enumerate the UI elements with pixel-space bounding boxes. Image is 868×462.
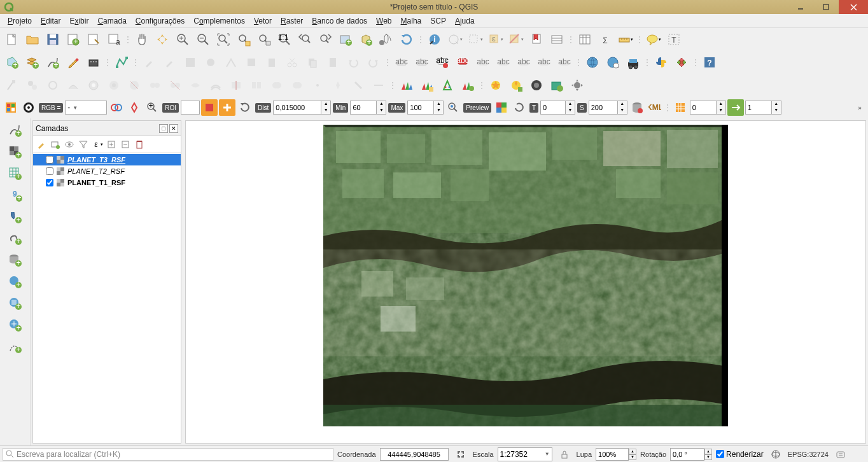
- vertex-tool-button[interactable]: [112, 53, 131, 72]
- maximize-button[interactable]: [813, 0, 839, 14]
- add-feature-button[interactable]: [201, 53, 220, 72]
- add-raster-layer-button[interactable]: +: [6, 143, 25, 162]
- osm-button[interactable]: [624, 53, 643, 72]
- menu-malha[interactable]: Malha: [397, 15, 426, 27]
- menu-banco[interactable]: Banco de dados: [308, 15, 371, 27]
- scp-input-button[interactable]: [3, 99, 19, 116]
- rgb-label[interactable]: RGB =: [39, 103, 63, 113]
- layer-add-group-button[interactable]: [50, 139, 61, 150]
- zoom-out-button[interactable]: [193, 30, 213, 49]
- minimize-button[interactable]: [788, 0, 813, 14]
- adv-offset2-button[interactable]: [349, 76, 368, 95]
- label-props-button[interactable]: abc: [535, 53, 554, 72]
- dist-input[interactable]: [273, 101, 321, 115]
- scp-hist-refresh-button[interactable]: [511, 99, 528, 116]
- open-project-button[interactable]: [23, 30, 42, 49]
- max-spinner[interactable]: ▲▼: [407, 101, 444, 115]
- deselect-all-button[interactable]: ▾: [507, 30, 526, 49]
- rotation-spinner[interactable]: ▲▼: [670, 448, 712, 461]
- batch-button[interactable]: [547, 76, 566, 95]
- current-edits-button[interactable]: [140, 53, 159, 72]
- adv-digitize-button[interactable]: [3, 76, 22, 95]
- settings-button[interactable]: [568, 76, 587, 95]
- last-input[interactable]: [745, 101, 772, 115]
- zoom-full-button[interactable]: [214, 30, 233, 49]
- add-postgis-button[interactable]: +: [6, 207, 25, 227]
- s-spinner[interactable]: ▲▼: [589, 101, 627, 115]
- roi-input[interactable]: [181, 101, 200, 115]
- new-3d-view-button[interactable]: +: [356, 30, 375, 49]
- menu-editar[interactable]: Editar: [37, 15, 64, 27]
- menu-raster[interactable]: Raster: [277, 15, 307, 27]
- zoom-last-button[interactable]: [295, 30, 314, 49]
- epsg-label[interactable]: EPSG:32724: [788, 451, 829, 458]
- layer-checkbox[interactable]: [46, 179, 53, 186]
- label-rotate-button[interactable]: abc: [514, 53, 533, 72]
- zoom-native-button[interactable]: 1:1: [275, 30, 294, 49]
- menu-vetor[interactable]: Vetor: [250, 15, 276, 27]
- scp-zoom-roi-button[interactable]: +: [144, 99, 160, 116]
- band-calc-button[interactable]: [527, 76, 546, 95]
- text-annotation-button[interactable]: T: [664, 30, 683, 49]
- adv-move-button[interactable]: [23, 76, 42, 95]
- adv-fill-ring-button[interactable]: [104, 76, 123, 95]
- adv-trim-button[interactable]: [369, 76, 388, 95]
- help-button[interactable]: ?: [700, 53, 719, 72]
- last-spinner[interactable]: ▲▼: [745, 101, 781, 115]
- layer-item[interactable]: PLANET_T3_RSF: [33, 154, 181, 165]
- zoom-in-button[interactable]: [173, 30, 192, 49]
- layer-checkbox[interactable]: [46, 167, 53, 175]
- scp-redo-button[interactable]: [237, 99, 253, 116]
- adv-split-parts-button[interactable]: [247, 76, 266, 95]
- open-attribute-table-button[interactable]: [575, 30, 594, 49]
- toggle-editing-button[interactable]: [64, 53, 83, 72]
- messages-button[interactable]: [832, 446, 849, 463]
- menu-projeto[interactable]: Projeto: [4, 15, 36, 27]
- dist-spinner[interactable]: ▲▼: [273, 101, 331, 115]
- add-mssql-button[interactable]: +: [6, 251, 25, 270]
- new-map-view-button[interactable]: +: [336, 30, 355, 49]
- scp-preview-zoom-button[interactable]: [445, 99, 461, 116]
- add-delimited-text-button[interactable]: 9,+: [6, 186, 25, 205]
- zoom-next-button[interactable]: [316, 30, 335, 49]
- undo-button[interactable]: [344, 53, 363, 72]
- adv-offset-button[interactable]: [206, 76, 225, 95]
- label-tool2-button[interactable]: abc: [412, 53, 431, 72]
- toggle-edit2-button[interactable]: [160, 53, 179, 72]
- identify-button[interactable]: i: [425, 30, 444, 49]
- add-wms-button[interactable]: +: [6, 272, 25, 291]
- add-vector-layer-button[interactable]: +: [6, 121, 25, 140]
- locator-search[interactable]: Escreva para localizar (Ctrl+K): [3, 448, 333, 461]
- t-spinner[interactable]: ▲▼: [540, 101, 575, 115]
- layer-visibility-button[interactable]: [64, 139, 75, 150]
- t-input[interactable]: [540, 101, 566, 115]
- map-canvas[interactable]: [185, 120, 866, 444]
- layer-checkbox[interactable]: [46, 156, 53, 164]
- new-bookmark-button[interactable]: [527, 30, 546, 49]
- layout-manager-button[interactable]: [84, 30, 103, 49]
- spectral-scatter-button[interactable]: [438, 76, 457, 95]
- layer-item[interactable]: PLANET_T2_RSF: [33, 165, 181, 177]
- modify-attrs-button[interactable]: [242, 53, 261, 72]
- menu-scp[interactable]: SCP: [426, 15, 450, 27]
- processing-toolbox-button[interactable]: [84, 53, 103, 72]
- web-map2-button[interactable]: [603, 53, 622, 72]
- spectral-dist-button[interactable]: [458, 76, 477, 95]
- add-wcs-button[interactable]: +: [6, 294, 25, 313]
- scp-activate-button[interactable]: [201, 99, 218, 116]
- render-checkbox[interactable]: Renderizar: [716, 450, 764, 459]
- magnifier-input[interactable]: [596, 448, 629, 461]
- temporal-controller-button[interactable]: [377, 30, 396, 49]
- panel-undock-button[interactable]: □: [159, 124, 168, 133]
- adv-rotate-point-button[interactable]: [328, 76, 347, 95]
- toggle-extents-button[interactable]: [452, 446, 469, 463]
- show-bookmarks-button[interactable]: [547, 30, 566, 49]
- plugin-manager-button[interactable]: [672, 53, 691, 72]
- close-button[interactable]: [839, 0, 868, 14]
- new-project-button[interactable]: [3, 30, 22, 49]
- scp-class-button[interactable]: [493, 99, 510, 116]
- menu-exibir[interactable]: Exibir: [66, 15, 92, 27]
- magnifier-spinner[interactable]: ▲▼: [596, 448, 636, 461]
- max-input[interactable]: [407, 101, 434, 115]
- scp-spectral-button[interactable]: [126, 99, 143, 116]
